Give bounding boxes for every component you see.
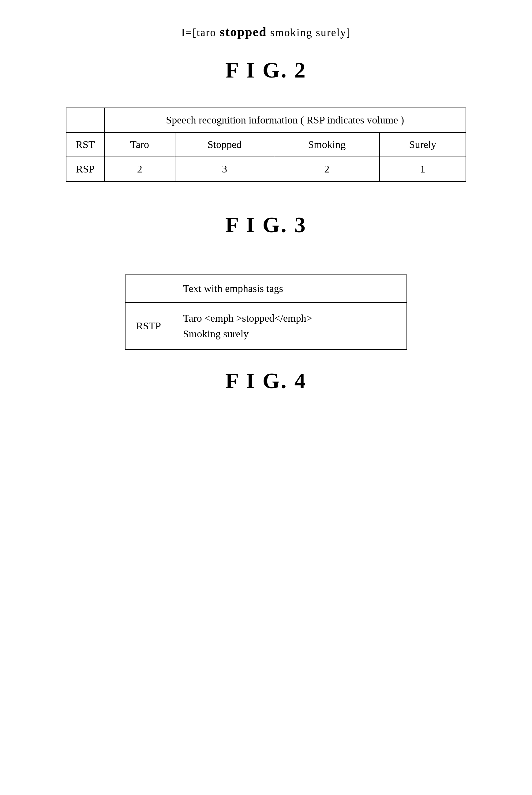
fig4-label: F I G. 4 <box>225 368 306 394</box>
rst-stopped: Stopped <box>175 132 274 157</box>
rst-surely: Surely <box>380 132 466 157</box>
table-row: Text with emphasis tags <box>125 275 407 302</box>
fig4-table: Text with emphasis tags RSTP Taro <emph … <box>125 274 407 350</box>
table-row: Speech recognition information ( RSP ind… <box>66 108 466 132</box>
table-row: RST Taro Stopped Smoking Surely <box>66 132 466 157</box>
rsp-val2: 3 <box>175 157 274 181</box>
rsp-val4: 1 <box>380 157 466 181</box>
header-span-cell: Speech recognition information ( RSP ind… <box>104 108 466 132</box>
fig2-section: I=[taro stopped smoking surely] F I G. 2… <box>31 24 501 200</box>
page: I=[taro stopped smoking surely] F I G. 2… <box>0 0 532 795</box>
rstp-line2: Smoking surely <box>183 326 396 342</box>
rst-taro: Taro <box>104 132 175 157</box>
rstp-content: Taro <emph >stopped</emph> Smoking surel… <box>172 302 407 349</box>
fig2-table-container: Speech recognition information ( RSP ind… <box>66 108 466 182</box>
rsp-label: RSP <box>66 157 104 181</box>
fig4-header-span: Text with emphasis tags <box>172 275 407 302</box>
formula-bold-word: stopped <box>220 25 267 39</box>
table-row: RSTP Taro <emph >stopped</emph> Smoking … <box>125 302 407 349</box>
rstp-line1: Taro <emph >stopped</emph> <box>183 310 396 326</box>
rsp-val1: 2 <box>104 157 175 181</box>
formula-line: I=[taro stopped smoking surely] <box>181 24 350 39</box>
fig3-label: F I G. 3 <box>225 212 306 238</box>
formula-suffix: smoking surely] <box>270 26 351 39</box>
formula-prefix: I=[taro <box>181 26 216 39</box>
header-empty-cell <box>66 108 104 132</box>
rstp-label: RSTP <box>125 302 172 349</box>
fig3-section: F I G. 3 <box>31 212 501 262</box>
fig4-section: Text with emphasis tags RSTP Taro <emph … <box>31 274 501 418</box>
rsp-val3: 2 <box>274 157 380 181</box>
fig2-label: F I G. 2 <box>225 58 306 83</box>
rst-smoking: Smoking <box>274 132 380 157</box>
fig4-table-container: Text with emphasis tags RSTP Taro <emph … <box>125 274 407 350</box>
rst-label: RST <box>66 132 104 157</box>
fig4-header-empty <box>125 275 172 302</box>
table-row: RSP 2 3 2 1 <box>66 157 466 181</box>
fig2-table: Speech recognition information ( RSP ind… <box>66 108 466 182</box>
